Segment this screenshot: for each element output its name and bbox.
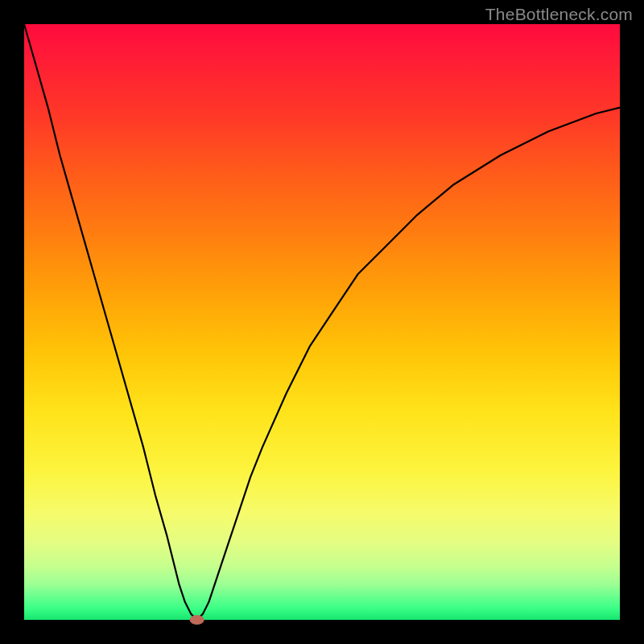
plot-area	[24, 24, 620, 620]
bottleneck-curve	[24, 24, 620, 620]
curve-svg	[24, 24, 620, 620]
minimum-marker	[190, 615, 204, 625]
chart-frame: TheBottleneck.com	[0, 0, 644, 644]
watermark-text: TheBottleneck.com	[485, 5, 633, 24]
